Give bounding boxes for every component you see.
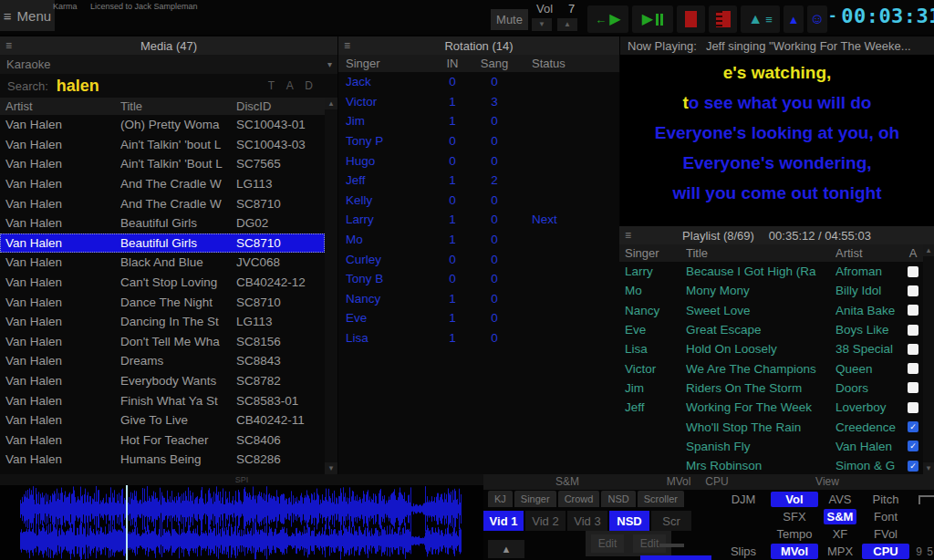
button-slips[interactable]: Slips [719,543,768,560]
media-row[interactable]: Van HalenCan't Stop LovingCB40242-12 [0,273,325,293]
column-artist[interactable]: Artist [835,246,903,260]
scroll-down-icon[interactable]: ▾ [325,462,337,474]
column-artist[interactable]: Artist [0,99,120,113]
media-row[interactable]: Van HalenEverybody WantsSC8782 [0,371,325,391]
playlist-checkbox[interactable]: ✓ [908,461,918,472]
tab-crowd[interactable]: Crowd [558,491,600,507]
playlist-row[interactable]: JeffWorking For The WeekLoverboy [619,398,923,417]
column-singer[interactable]: Singer [619,246,686,260]
volume-down-button[interactable]: ▼ [532,18,552,31]
button-pitch[interactable]: Pitch [859,491,912,508]
column-singer[interactable]: Singer [338,57,434,70]
playlist-row[interactable]: VictorWe Are The ChampionsQueen [619,358,923,378]
scroll-down-icon[interactable]: ▾ [923,462,934,474]
media-row[interactable]: Van HalenAnd The Cradle WSC8710 [0,193,325,213]
tab-singer[interactable]: Singer [514,491,556,507]
button-mpx[interactable]: MPX [821,543,859,560]
button-cpu[interactable]: CPU [862,544,909,559]
playlist-checkbox[interactable]: ✓ [908,421,918,432]
media-row[interactable]: Van HalenFinish What Ya StSC8583-01 [0,390,325,410]
rotation-row[interactable]: Jim10 [338,111,619,131]
play-pause-button[interactable]: ▶ [632,5,673,33]
playlist-checkbox[interactable] [908,325,918,336]
rotation-row[interactable]: Jeff12 [338,171,619,191]
playlist-row[interactable]: LisaHold On Loosely38 Special [619,339,923,358]
media-row[interactable]: Van HalenAin't Talkin' 'Bout LSC7565 [0,154,325,174]
rotation-row[interactable]: Larry10Next [338,210,619,230]
column-sang[interactable]: Sang [471,57,518,70]
button-vol[interactable]: Vol [771,492,818,507]
button-mvol[interactable]: MVol [771,544,818,559]
rotation-row[interactable]: Kelly00 [338,191,619,211]
stop-playlist-button[interactable] [709,5,737,33]
raise-button[interactable]: ▲ [784,5,804,33]
rotation-menu-icon[interactable]: ≡ [344,39,350,52]
tab-nsd[interactable]: NSD [601,491,635,507]
media-row[interactable]: Van HalenDon't Tell Me WhaSC8156 [0,332,325,352]
playlist-checkbox[interactable] [908,266,918,277]
playlist-checkbox[interactable]: ✓ [908,441,918,451]
tab-scroller[interactable]: Scroller [638,491,684,507]
menu-button[interactable]: ≡ Menu [0,0,55,31]
playlist-scrollbar[interactable]: ▴ ▾ [923,244,934,474]
expand-up-button[interactable]: ▲ [488,540,524,558]
media-row[interactable]: Van HalenBeautiful GirlsDG02 [0,213,325,233]
rotation-row[interactable]: Curley00 [338,249,619,269]
button-nsd[interactable]: NSD [609,511,649,531]
playlist-row[interactable]: Spanish FlyVan Halen✓ [619,437,923,456]
singer-face-button[interactable]: ☺ [807,5,827,33]
media-row[interactable]: Van HalenBeautiful GirlsSC8710 [0,233,325,254]
playlist-checkbox[interactable] [908,344,918,355]
button-vid-1[interactable]: Vid 1 [483,511,524,531]
playlist-menu-icon[interactable]: ≡ [625,229,631,242]
playlist-row[interactable]: LarryBecause I Got High (RaAfroman [619,262,923,281]
restart-button[interactable]: ← ▶ [587,5,628,33]
rotation-row[interactable]: Jack00 [338,72,619,92]
mini-slider[interactable] [659,544,684,547]
playlist-checkbox[interactable] [908,305,918,316]
button-fvol[interactable]: FVol [859,525,912,543]
tab-kj[interactable]: KJ [488,491,513,507]
rotation-row[interactable]: Tony P00 [338,131,619,151]
button-djm[interactable]: DJM [719,491,768,508]
search-flag-toggles[interactable]: T A D [268,79,317,92]
rotation-row[interactable]: Nancy10 [338,289,619,309]
media-scrollbar[interactable]: ▴ ▾ [325,98,337,474]
playlist-row[interactable]: NancySweet LoveAnita Bake [619,301,923,320]
button-vid-3[interactable]: Vid 3 [567,511,607,531]
button-vid-2[interactable]: Vid 2 [525,511,566,531]
media-row[interactable]: Van HalenHot For TeacherSC8406 [0,430,325,451]
mute-button[interactable]: Mute [491,9,528,30]
media-row[interactable]: Van HalenGive To LiveCB40242-11 [0,410,325,430]
edit-button[interactable]: Edit [591,534,624,553]
rotation-row[interactable]: Victor13 [338,92,619,112]
stop-button[interactable] [677,5,705,33]
media-row[interactable]: Van HalenBlack And BlueJVC068 [0,253,325,273]
volume-up-button[interactable]: ▲ [557,18,577,31]
waveform-canvas[interactable] [0,485,483,560]
media-row[interactable]: Van HalenDance The NightSC8710 [0,292,325,312]
playlist-row[interactable]: JimRiders On The StormDoors [619,379,923,398]
column-check[interactable]: A [903,246,923,260]
rotation-row[interactable]: Eve10 [338,308,619,328]
playlist-checkbox[interactable] [908,363,918,374]
column-title[interactable]: Title [686,246,835,260]
window-icon[interactable] [918,495,934,504]
rotation-row[interactable]: Hugo00 [338,150,619,171]
media-row[interactable]: Van Halen(Oh) Pretty WomaSC10043-01 [0,115,325,135]
button-avs[interactable]: AVS [821,491,859,508]
rotation-row[interactable]: Lisa10 [338,328,619,348]
eject-menu-button[interactable]: ▲ ≡ [741,5,780,33]
playlist-row[interactable]: MoMony MonyBilly Idol [619,281,923,300]
media-row[interactable]: Van HalenAin't Talkin' 'bout LSC10043-03 [0,135,325,155]
media-row[interactable]: Van HalenDancing In The StLG113 [0,312,325,332]
rotation-row[interactable]: Mo10 [338,230,619,250]
playlist-row[interactable]: Mrs RobinsonSimon & G✓ [619,456,923,474]
rotation-row[interactable]: Tony B00 [338,269,619,289]
column-in[interactable]: IN [434,57,471,70]
media-row[interactable]: Van HalenHumans BeingSC8286 [0,450,325,470]
button-font[interactable]: Font [859,508,912,525]
media-category-dropdown[interactable]: Karaoke ▾ [0,55,337,74]
media-menu-icon[interactable]: ≡ [5,39,12,52]
button-scr[interactable]: Scr [651,511,691,531]
